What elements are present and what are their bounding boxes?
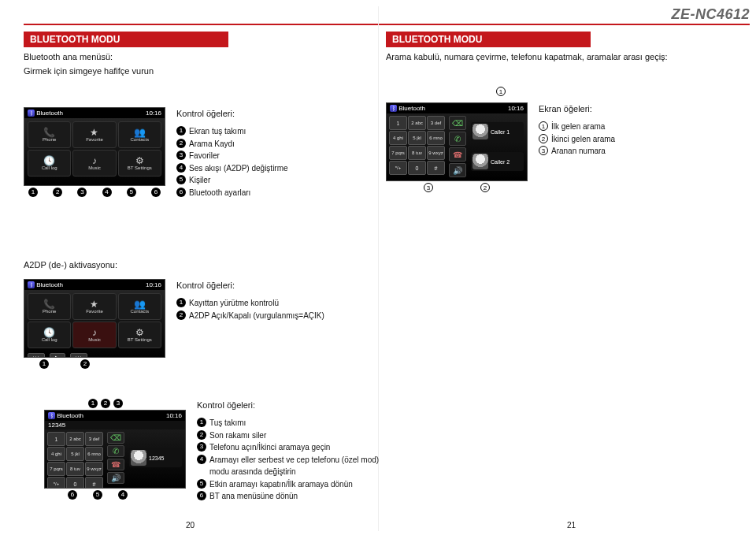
- speaker-icon: 🔊: [449, 163, 466, 177]
- caller-2: Caller 2: [471, 152, 524, 171]
- bluetooth-icon: ᛒ: [48, 412, 55, 419]
- play-icon: ▶: [50, 353, 65, 358]
- left-subtitle-1: Bluetooth ana menüsü:: [24, 52, 362, 61]
- left-banner: BLUETOOTH MODU: [24, 32, 228, 47]
- right-legend-2-title: Kontrol öğeleri:: [197, 399, 394, 412]
- right-subtitle-1: Arama kabulü, numara çevirme, telefonu k…: [386, 52, 732, 61]
- annot-row-a2dp: 12: [24, 358, 165, 369]
- caller-1: Caller 1: [471, 122, 524, 141]
- bt-cell-music-highlight: ♪Music: [72, 322, 116, 348]
- dialed-number-panel: 12345: [129, 448, 182, 467]
- hangup-icon: ☎: [449, 147, 466, 162]
- bt-cell-calllog: 🕓Call log: [28, 150, 71, 177]
- bt-title: Bluetooth: [36, 110, 63, 117]
- left-legend-2-title: Kontrol öğeleri:: [176, 279, 324, 292]
- key-star: */+: [389, 161, 407, 175]
- bt-main-menu-screenshot: ᛒ Bluetooth 10:16 📞Phone ★Favorite 👥Cont…: [24, 107, 165, 197]
- bt-cell-music: ♪Music: [72, 150, 116, 177]
- key-0: 0: [408, 161, 426, 175]
- model-number: ZE-NC4612: [671, 6, 750, 23]
- key-1: 1: [389, 116, 407, 130]
- left-legend-1-title: Kontrol öğeleri:: [176, 107, 288, 121]
- speaker-icon: 🔊: [107, 472, 124, 484]
- right-legend-2: Kontrol öğeleri: 1Tuş takımı 2Son rakamı…: [197, 399, 394, 503]
- left-subtitle-2: Girmek için simgeye hafifçe vurun: [24, 66, 362, 76]
- hangup-icon: ☎: [107, 459, 124, 470]
- bluetooth-icon: ᛒ: [28, 110, 35, 117]
- next-icon: ⏭: [70, 353, 87, 358]
- bt-cell-contacts: 👥Contacts: [118, 121, 161, 148]
- backspace-icon: ⌫: [449, 116, 466, 130]
- annot-row-1: 123456: [24, 186, 165, 197]
- left-legend-2: Kontrol öğeleri: 1Kayıttan yürütme kontr…: [176, 279, 324, 322]
- key-6: 6 mno: [427, 131, 445, 145]
- key-9: 9 wxyz: [427, 146, 445, 160]
- bt-cell-btsettings: ⚙BT Settings: [118, 150, 161, 177]
- key-4: 4 ghi: [389, 131, 407, 145]
- bt-cell-phone: 📞Phone: [28, 121, 71, 148]
- bluetooth-icon: ᛒ: [28, 281, 35, 288]
- bluetooth-icon: ᛒ: [390, 105, 397, 112]
- right-banner: BLUETOOTH MODU: [386, 32, 591, 47]
- dial1-time: 10:16: [508, 105, 524, 112]
- prev-icon: ⏮: [28, 353, 45, 358]
- key-3: 3 def: [427, 116, 445, 130]
- backspace-icon: ⌫: [107, 432, 124, 444]
- call-icon: ✆: [449, 132, 466, 146]
- header-rule: [24, 24, 750, 25]
- a2dp-title: A2DP (de-) aktivasyonu:: [24, 260, 362, 270]
- dialed-number-top: 12345: [45, 421, 185, 429]
- key-7: 7 pqrs: [389, 146, 407, 160]
- dial-screenshot-2: 123 ᛒ Bluetooth 10:16 12345 1 2 abc: [44, 399, 186, 500]
- left-legend-1: Kontrol öğeleri: 1Ekran tuş takımı 2Aram…: [176, 107, 288, 199]
- key-8: 8 tuv: [408, 146, 426, 160]
- right-legend-1: Ekran öğeleri: 1İlk gelen arama 2İkinci …: [539, 102, 615, 158]
- dial-screenshot-1: 1 ᛒ Bluetooth 10:16 1 2 abc 3 def 4 ghi …: [386, 102, 528, 192]
- keypad: 1 2 abc 3 def 4 ghi 5 jkl 6 mno 7 pqrs 8…: [387, 113, 447, 180]
- bt-time: 10:16: [146, 110, 161, 117]
- annot-bottom-dial2: 654: [44, 489, 186, 500]
- call-controls: ⌫ ✆ ☎ 🔊: [447, 113, 468, 180]
- bt-a2dp-screenshot: ᛒ Bluetooth 10:16 📞Phone ★Favorite 👥Cont…: [24, 279, 165, 369]
- key-hash: #: [427, 161, 445, 175]
- page-number-right: 21: [567, 521, 576, 530]
- bt-cell-favorite: ★Favorite: [72, 121, 116, 148]
- key-2: 2 abc: [408, 116, 426, 130]
- dial1-title: Bluetooth: [398, 105, 425, 112]
- annot-top-dial2: 123: [44, 399, 186, 410]
- key-5: 5 jkl: [408, 131, 426, 145]
- page-number-left: 20: [186, 521, 195, 530]
- right-legend-1-title: Ekran öğeleri:: [539, 102, 615, 116]
- call-icon: ✆: [107, 445, 124, 457]
